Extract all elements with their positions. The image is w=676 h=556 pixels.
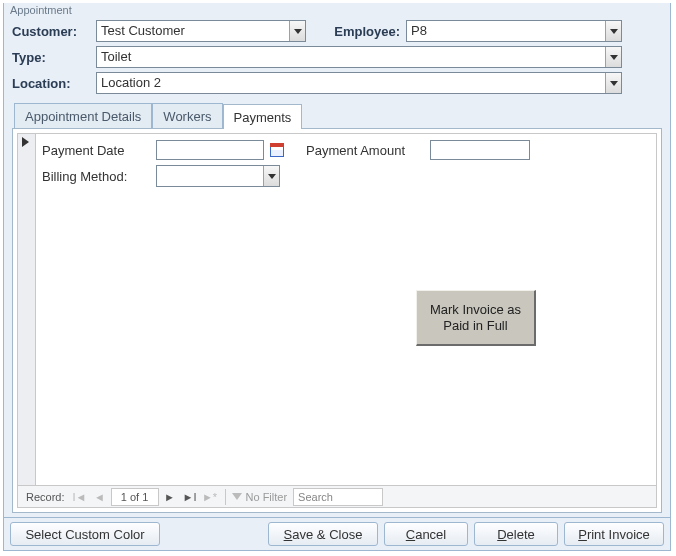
- header-form: Customer: Test Customer Employee: P8 Typ…: [4, 17, 670, 101]
- employee-combo[interactable]: P8: [406, 20, 622, 42]
- location-label: Location:: [12, 76, 96, 91]
- chevron-down-icon: [294, 29, 302, 34]
- subform-body: Payment Date Payment Amount Billing Meth…: [18, 134, 656, 485]
- tabs-area: Appointment Details Workers Payments Pay…: [12, 103, 662, 513]
- employee-dropdown-button[interactable]: [605, 21, 621, 41]
- payment-amount-label: Payment Amount: [306, 143, 426, 158]
- delete-button[interactable]: Delete: [474, 522, 558, 546]
- type-dropdown-button[interactable]: [605, 47, 621, 67]
- tab-payments[interactable]: Payments: [223, 104, 303, 129]
- filter-icon: [232, 493, 242, 500]
- appointment-window: Appointment Customer: Test Customer Empl…: [3, 3, 671, 551]
- payments-panel: Payment Date Payment Amount Billing Meth…: [12, 128, 662, 513]
- select-custom-color-button[interactable]: Select Custom Color: [10, 522, 160, 546]
- footer-toolbar: Select Custom Color Save & Close Cancel …: [4, 517, 670, 550]
- payments-subform: Payment Date Payment Amount Billing Meth…: [17, 133, 657, 508]
- billing-method-label: Billing Method:: [42, 169, 152, 184]
- record-label: Record:: [22, 491, 69, 503]
- nav-new-button[interactable]: ►*: [201, 488, 219, 506]
- type-value: Toilet: [97, 47, 605, 67]
- nav-first-button[interactable]: I◄: [71, 488, 89, 506]
- record-selector[interactable]: [18, 134, 36, 485]
- payment-date-input[interactable]: [156, 140, 264, 160]
- nav-last-button[interactable]: ►I: [181, 488, 199, 506]
- billing-method-dropdown-button[interactable]: [263, 166, 279, 186]
- no-filter-indicator: No Filter: [232, 491, 288, 503]
- save-close-button[interactable]: Save & Close: [268, 522, 378, 546]
- chevron-down-icon: [610, 29, 618, 34]
- location-combo[interactable]: Location 2: [96, 72, 622, 94]
- calendar-icon: [270, 143, 284, 157]
- tab-strip: Appointment Details Workers Payments: [14, 103, 662, 128]
- customer-combo[interactable]: Test Customer: [96, 20, 306, 42]
- customer-dropdown-button[interactable]: [289, 21, 305, 41]
- location-dropdown-button[interactable]: [605, 73, 621, 93]
- customer-label: Customer:: [12, 24, 96, 39]
- payment-date-picker-button[interactable]: [268, 141, 286, 159]
- no-filter-text: No Filter: [246, 491, 288, 503]
- payment-amount-input[interactable]: [430, 140, 530, 160]
- type-label: Type:: [12, 50, 96, 65]
- record-navigation-bar: Record: I◄ ◄ 1 of 1 ► ►I ►* No Filter Se…: [18, 485, 656, 507]
- billing-method-value: [157, 166, 263, 186]
- current-record-marker-icon: [22, 137, 29, 147]
- customer-value: Test Customer: [97, 21, 289, 41]
- mark-invoice-paid-button[interactable]: Mark Invoice as Paid in Full: [416, 290, 536, 346]
- payments-detail: Payment Date Payment Amount Billing Meth…: [36, 134, 656, 485]
- payment-date-label: Payment Date: [42, 143, 152, 158]
- tab-appointment-details[interactable]: Appointment Details: [14, 103, 152, 128]
- nav-next-button[interactable]: ►: [161, 488, 179, 506]
- chevron-down-icon: [610, 55, 618, 60]
- employee-label: Employee:: [306, 24, 406, 39]
- record-position[interactable]: 1 of 1: [111, 488, 159, 506]
- cancel-button[interactable]: Cancel: [384, 522, 468, 546]
- type-combo[interactable]: Toilet: [96, 46, 622, 68]
- chevron-down-icon: [268, 174, 276, 179]
- tab-workers[interactable]: Workers: [152, 103, 222, 128]
- chevron-down-icon: [610, 81, 618, 86]
- billing-method-combo[interactable]: [156, 165, 280, 187]
- window-title: Appointment: [4, 3, 670, 16]
- location-value: Location 2: [97, 73, 605, 93]
- employee-value: P8: [407, 21, 605, 41]
- nav-search-input[interactable]: Search: [293, 488, 383, 506]
- print-invoice-button[interactable]: Print Invoice: [564, 522, 664, 546]
- nav-separator: [225, 489, 226, 505]
- nav-prev-button[interactable]: ◄: [91, 488, 109, 506]
